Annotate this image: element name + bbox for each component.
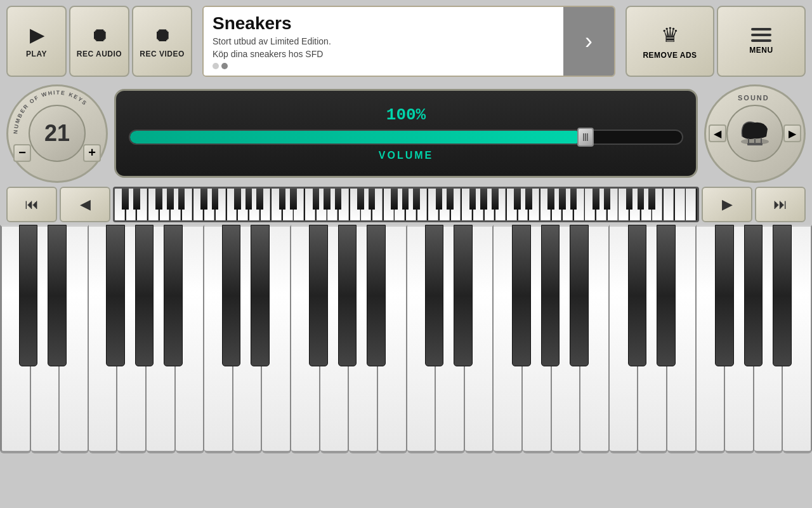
mini-black-key[interactable] xyxy=(492,189,499,210)
black-key[interactable] xyxy=(425,225,444,366)
volume-label: VOLUME xyxy=(379,150,433,161)
mini-black-key[interactable] xyxy=(547,189,554,210)
black-key[interactable] xyxy=(19,225,38,366)
mini-black-key[interactable] xyxy=(155,189,162,210)
mini-black-key[interactable] xyxy=(335,189,342,210)
mini-black-key[interactable] xyxy=(324,189,331,210)
piano-icon xyxy=(736,117,774,149)
keyboard-nav: ⏮ ◀ ▶ ⏭ xyxy=(0,184,812,225)
dial-outer: NUMBER OF WHITE KEYS 21 − + xyxy=(6,84,108,183)
dial-minus-button[interactable]: − xyxy=(13,144,31,162)
black-key[interactable] xyxy=(48,225,67,366)
dial-value: 21 xyxy=(44,120,70,147)
mini-black-key[interactable] xyxy=(413,189,420,210)
black-key[interactable] xyxy=(570,225,589,366)
middle-section: NUMBER OF WHITE KEYS 21 − + 100% xyxy=(0,83,812,184)
black-key[interactable] xyxy=(251,225,270,366)
black-key[interactable] xyxy=(338,225,357,366)
rec-video-label: REC VIDEO xyxy=(140,50,185,58)
mini-keyboard[interactable] xyxy=(113,187,699,222)
mini-black-key[interactable] xyxy=(256,189,263,210)
black-key[interactable] xyxy=(773,225,792,366)
mini-black-key[interactable] xyxy=(402,189,409,210)
ad-dot-1 xyxy=(213,63,219,69)
volume-slider-thumb[interactable] xyxy=(577,128,594,147)
sound-left-button[interactable]: ◀ xyxy=(709,124,726,142)
mini-black-key[interactable] xyxy=(469,189,476,210)
black-key[interactable] xyxy=(512,225,531,366)
volume-slider-fill xyxy=(130,131,582,144)
volume-percent: 100% xyxy=(386,105,426,124)
rec-audio-button[interactable]: ⏺ REC AUDIO xyxy=(69,6,129,77)
black-key[interactable] xyxy=(715,225,734,366)
remove-ads-button[interactable]: REMOVE ADS xyxy=(625,6,714,77)
rewind-fast-icon: ⏮ xyxy=(25,196,39,213)
mini-black-key[interactable] xyxy=(369,189,376,210)
mini-black-key[interactable] xyxy=(290,189,297,210)
mini-black-key[interactable] xyxy=(638,189,645,210)
mini-white-key[interactable] xyxy=(675,189,685,220)
rec-audio-label: REC AUDIO xyxy=(77,50,122,58)
dial-plus-button[interactable]: + xyxy=(83,144,101,162)
mini-black-key[interactable] xyxy=(178,189,185,210)
mini-black-key[interactable] xyxy=(480,189,487,210)
black-key[interactable] xyxy=(164,225,183,366)
black-key[interactable] xyxy=(367,225,386,366)
play-label: PLAY xyxy=(26,50,47,58)
mini-black-key[interactable] xyxy=(626,189,633,210)
menu-button[interactable]: MENU xyxy=(717,6,806,77)
black-key[interactable] xyxy=(744,225,763,366)
black-key[interactable] xyxy=(106,225,125,366)
mini-black-key[interactable] xyxy=(436,189,443,210)
play-button[interactable]: ▶ PLAY xyxy=(6,6,67,77)
mini-black-key[interactable] xyxy=(593,189,599,210)
mini-black-key[interactable] xyxy=(122,189,129,210)
piano-keys xyxy=(0,225,812,453)
black-key[interactable] xyxy=(657,225,676,366)
mini-black-key[interactable] xyxy=(447,189,454,210)
forward-fast-icon: ⏭ xyxy=(773,196,787,213)
mini-black-key[interactable] xyxy=(279,189,286,210)
volume-slider-track[interactable] xyxy=(129,130,683,145)
ad-banner: Sneakers Stort utbud av Limited Edition.… xyxy=(202,6,615,77)
mini-white-key[interactable] xyxy=(686,189,696,220)
mini-black-key[interactable] xyxy=(391,189,398,210)
mini-black-key[interactable] xyxy=(200,189,207,210)
left-controls: ▶ PLAY ⏺ REC AUDIO ⏺ REC VIDEO xyxy=(6,6,192,77)
mini-black-key[interactable] xyxy=(514,189,521,210)
sound-right-button[interactable]: ▶ xyxy=(783,124,801,142)
sound-right-icon: ▶ xyxy=(789,128,796,140)
rewind-button[interactable]: ◀ xyxy=(60,187,110,222)
sound-left-icon: ◀ xyxy=(714,128,721,140)
black-key[interactable] xyxy=(222,225,241,366)
forward-button[interactable]: ▶ xyxy=(702,187,752,222)
black-key[interactable] xyxy=(454,225,473,366)
forward-fast-button[interactable]: ⏭ xyxy=(755,187,806,222)
mini-black-key[interactable] xyxy=(604,189,611,210)
mini-black-key[interactable] xyxy=(212,189,219,210)
mini-black-key[interactable] xyxy=(648,189,655,210)
keys-dial: NUMBER OF WHITE KEYS 21 − + xyxy=(6,84,108,183)
piano-container xyxy=(0,225,812,453)
mini-black-key[interactable] xyxy=(525,189,532,210)
rewind-icon: ◀ xyxy=(80,196,91,213)
rewind-fast-button[interactable]: ⏮ xyxy=(6,187,57,222)
black-key[interactable] xyxy=(309,225,328,366)
mini-black-key[interactable] xyxy=(234,189,241,210)
rec-video-button[interactable]: ⏺ REC VIDEO xyxy=(132,6,192,77)
ad-next-button[interactable]: › xyxy=(563,7,614,76)
black-key[interactable] xyxy=(541,225,560,366)
mini-black-key[interactable] xyxy=(246,189,252,210)
mini-black-key[interactable] xyxy=(313,189,320,210)
black-key[interactable] xyxy=(628,225,647,366)
black-key[interactable] xyxy=(135,225,154,366)
mini-white-key[interactable] xyxy=(664,189,674,220)
sound-dial-outer: SOUND ◀ ▶ xyxy=(704,84,806,183)
mini-black-key[interactable] xyxy=(559,189,566,210)
thumb-lines xyxy=(581,132,590,142)
mini-black-key[interactable] xyxy=(357,189,364,210)
mini-black-key[interactable] xyxy=(167,189,174,210)
mini-black-key[interactable] xyxy=(570,189,577,210)
ad-title: Sneakers xyxy=(213,13,554,34)
mini-black-key[interactable] xyxy=(133,189,140,210)
